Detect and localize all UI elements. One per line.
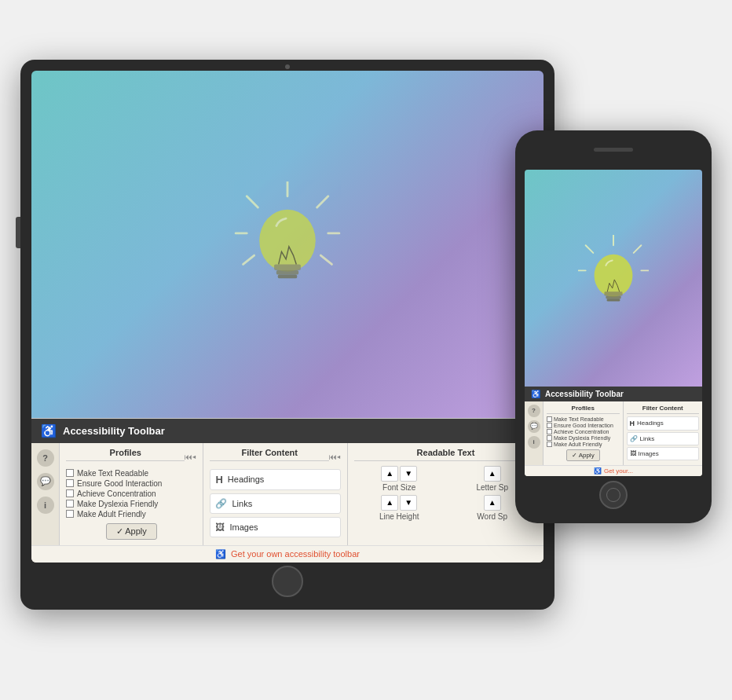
profile-checkbox-1[interactable] bbox=[66, 469, 74, 477]
phone-side-icons: ? 💬 i bbox=[525, 401, 544, 465]
phone-app-background bbox=[525, 170, 702, 387]
svg-rect-18 bbox=[606, 295, 620, 299]
accessibility-icon: ♿ bbox=[41, 423, 57, 438]
profile-checkbox-3[interactable] bbox=[66, 489, 74, 497]
svg-line-5 bbox=[243, 255, 254, 264]
phone-filter-headings[interactable]: H Headings bbox=[627, 416, 700, 431]
readable-text-title: Readable Text bbox=[354, 448, 537, 461]
toolbar-side-icons: ? 💬 i bbox=[31, 443, 60, 545]
word-spacing-up[interactable]: ▲ bbox=[484, 495, 501, 511]
filter-links[interactable]: 🔗 Links bbox=[210, 493, 340, 514]
info-icon[interactable]: i bbox=[37, 497, 54, 514]
phone-headings-icon: H bbox=[630, 420, 635, 427]
tablet-footer: ♿ Get your own accessibility toolbar bbox=[31, 545, 544, 563]
phone-filter-section: Filter Content H Headings 🔗 Links 🖼 bbox=[624, 401, 703, 465]
filter-nav-arrows: ⏮◀ bbox=[329, 453, 341, 461]
line-height-control: ▲ ▼ Line Height bbox=[354, 495, 445, 521]
links-icon: 🔗 bbox=[215, 498, 227, 509]
phone-filter-links[interactable]: 🔗 Links bbox=[627, 432, 700, 445]
phone-profiles-title: Profiles bbox=[547, 405, 620, 414]
svg-rect-17 bbox=[604, 291, 622, 295]
phone-question-icon[interactable]: ? bbox=[528, 405, 540, 417]
profile-item-2[interactable]: Ensure Good Interaction bbox=[66, 479, 196, 488]
footer-accessibility-icon: ♿ bbox=[215, 549, 226, 559]
phone-profile-5[interactable]: Make Adult Friendly bbox=[547, 442, 620, 447]
scene: ♿ Accessibility Toolbar ? 💬 i bbox=[20, 36, 712, 665]
svg-line-6 bbox=[320, 255, 331, 264]
font-size-up[interactable]: ▲ bbox=[381, 466, 398, 482]
font-size-control: ▲ ▼ Font Size bbox=[354, 466, 445, 492]
headings-icon: H bbox=[215, 474, 222, 486]
phone-home-button[interactable] bbox=[599, 481, 628, 509]
phone-checkbox-1[interactable] bbox=[547, 416, 552, 422]
profile-item-5[interactable]: Make Adult Friendly bbox=[66, 510, 196, 519]
phone-toolbar-body: ? 💬 i Profiles Make Text Readable bbox=[525, 401, 702, 465]
phone-profile-1[interactable]: Make Text Readable bbox=[547, 416, 620, 422]
phone-checkbox-3[interactable] bbox=[547, 429, 552, 434]
line-height-row: ▲ ▼ Line Height ▲ Word Sp bbox=[354, 495, 537, 521]
phone-links-icon: 🔗 bbox=[630, 435, 638, 442]
profiles-prev-arrow[interactable]: ⏮◀ bbox=[185, 453, 196, 461]
svg-line-12 bbox=[586, 245, 594, 253]
toolbar-sections: Profiles ⏮◀ Make Text Readable bbox=[60, 443, 544, 545]
phone-checkbox-2[interactable] bbox=[547, 423, 552, 428]
images-icon: 🖼 bbox=[215, 522, 225, 533]
phone-profiles-section: Profiles Make Text Readable Ensure Good … bbox=[544, 401, 624, 465]
svg-rect-10 bbox=[278, 274, 297, 278]
phone-speaker bbox=[594, 148, 633, 152]
phone-chat-icon[interactable]: 💬 bbox=[528, 420, 540, 433]
phone-apply-button[interactable]: ✓ Apply bbox=[566, 449, 600, 461]
phone-checkbox-4[interactable] bbox=[547, 435, 552, 441]
profile-checkbox-2[interactable] bbox=[66, 479, 74, 487]
phone-toolbar: ♿ Accessibility Toolbar ? 💬 i Profile bbox=[525, 387, 702, 476]
tablet-side-button[interactable] bbox=[16, 217, 20, 248]
phone-profile-4[interactable]: Make Dyslexia Friendly bbox=[547, 435, 620, 441]
footer-text: Get your own accessibility toolbar bbox=[231, 549, 360, 559]
phone-sections: Profiles Make Text Readable Ensure Good … bbox=[544, 401, 702, 465]
font-size-row: ▲ ▼ Font Size ▲ Letter Sp bbox=[354, 466, 537, 492]
tablet-toolbar: ♿ Accessibility Toolbar ? 💬 i bbox=[31, 418, 544, 563]
svg-rect-19 bbox=[607, 299, 620, 301]
phone-checkbox-5[interactable] bbox=[547, 442, 552, 447]
tablet-home-button[interactable] bbox=[272, 566, 303, 597]
font-size-down[interactable]: ▼ bbox=[400, 466, 417, 482]
svg-line-13 bbox=[634, 245, 642, 253]
phone-profile-3[interactable]: Achieve Concentration bbox=[547, 429, 620, 434]
font-size-buttons: ▲ ▼ bbox=[354, 466, 445, 482]
readable-text-section: Readable Text ▲ ▼ Font Size bbox=[348, 443, 544, 545]
line-height-label: Line Height bbox=[354, 512, 445, 521]
filter-headings[interactable]: H Headings bbox=[210, 469, 340, 490]
profile-item-1[interactable]: Make Text Readable bbox=[66, 469, 196, 478]
phone-info-icon[interactable]: i bbox=[528, 436, 540, 449]
profile-item-3[interactable]: Achieve Concentration bbox=[66, 489, 196, 498]
phone-accessibility-icon: ♿ bbox=[531, 390, 540, 398]
phone-profile-2[interactable]: Ensure Good Interaction bbox=[547, 423, 620, 428]
filter-images[interactable]: 🖼 Images bbox=[210, 517, 340, 537]
line-height-up[interactable]: ▲ bbox=[381, 495, 398, 511]
phone-filter-images[interactable]: 🖼 Images bbox=[627, 447, 700, 460]
profiles-nav-arrows: ⏮◀ bbox=[185, 453, 196, 461]
profile-item-4[interactable]: Make Dyslexia Friendly bbox=[66, 500, 196, 508]
letter-spacing-up[interactable]: ▲ bbox=[484, 466, 501, 482]
profiles-nav: Profiles ⏮◀ bbox=[66, 448, 196, 466]
filter-prev-arrow[interactable]: ⏮◀ bbox=[329, 453, 341, 461]
svg-line-1 bbox=[247, 196, 258, 207]
lightbulb-illustration bbox=[232, 181, 342, 307]
question-icon[interactable]: ? bbox=[37, 449, 54, 467]
profile-checkbox-4[interactable] bbox=[66, 500, 74, 508]
profiles-section: Profiles ⏮◀ Make Text Readable bbox=[60, 443, 203, 545]
tablet-screen: ♿ Accessibility Toolbar ? 💬 i bbox=[31, 71, 544, 563]
profiles-apply-button[interactable]: ✓ Apply bbox=[106, 523, 157, 540]
filter-content-section: Filter Content ⏮◀ H Headings 🔗 bbox=[203, 443, 347, 545]
phone-device: ♿ Accessibility Toolbar ? 💬 i Profile bbox=[515, 130, 712, 523]
phone-lightbulb bbox=[578, 235, 649, 321]
svg-point-7 bbox=[259, 209, 316, 271]
profile-checkbox-5[interactable] bbox=[66, 510, 74, 518]
chat-icon[interactable]: 💬 bbox=[37, 473, 54, 490]
toolbar-title: Accessibility Toolbar bbox=[63, 425, 165, 437]
svg-rect-8 bbox=[274, 264, 301, 270]
toolbar-body: ? 💬 i Profiles ⏮◀ bbox=[31, 443, 544, 545]
phone-screen: ♿ Accessibility Toolbar ? 💬 i Profile bbox=[525, 170, 702, 476]
line-height-down[interactable]: ▼ bbox=[400, 495, 417, 511]
tablet-app-background bbox=[31, 71, 544, 418]
